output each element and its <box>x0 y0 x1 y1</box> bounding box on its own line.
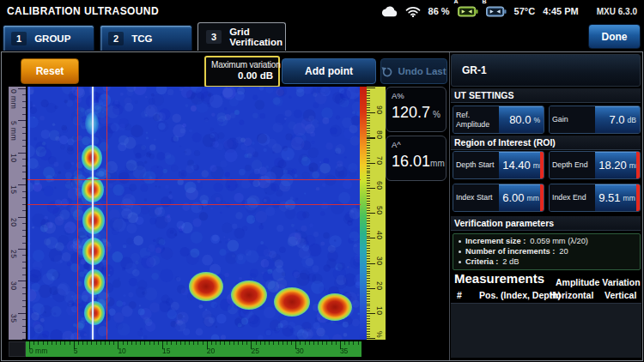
depth-start-field[interactable]: Depth Start 14.40 mm <box>453 151 544 179</box>
index-cursor-line <box>92 87 94 340</box>
scan-edge-line <box>28 87 30 340</box>
status-bar: CALIBRATION ULTRASOUND 86 % A <box>0 0 644 22</box>
battery-a-icon: A <box>458 6 478 17</box>
reset-button[interactable]: Reset <box>21 58 79 84</box>
roi-depth-line <box>27 204 361 205</box>
group-selector[interactable]: GR-1 <box>451 54 641 87</box>
readout-depth-unit: mm <box>430 159 445 168</box>
battery-b-icon: B <box>486 6 507 17</box>
maximum-variation-label: Maximum variation <box>211 60 273 69</box>
measurements-title: Measurements <box>454 271 544 286</box>
axis-label: 0 % <box>375 331 386 340</box>
axis-label: 15 <box>162 347 170 355</box>
ref-amplitude-field[interactable]: Ref. Amplitude 80.0 % <box>453 106 544 134</box>
index-end-value: 9.51 <box>598 191 620 204</box>
cloud-icon <box>380 6 398 17</box>
tab-grid-verification-label: Grid Verification <box>229 27 283 47</box>
readout-amplitude-unit: % <box>433 110 440 119</box>
readout-depth[interactable]: A^ 16.01 mm <box>386 136 447 181</box>
col-header-position: Pos. (Index, Depth) <box>479 290 561 300</box>
tab-bar: 1 GROUP 2 TCG 3 Grid Verification Done <box>0 22 644 51</box>
index-start-field[interactable]: Index Start 6.00 mm <box>453 184 544 212</box>
panel-divider <box>449 52 450 360</box>
amplitude-ruler: 9080706050403020100 % <box>367 87 386 340</box>
index-end-field[interactable]: Index End 9.51 mm <box>549 184 641 212</box>
gain-label: Gain <box>550 106 595 133</box>
readout-amplitude-value: 120.7 <box>392 104 430 122</box>
screen-title: CALIBRATION ULTRASOUND <box>7 5 159 17</box>
axis-label: 25 <box>252 347 259 355</box>
maximum-variation-field[interactable]: Maximum variation 0.00 dB <box>204 56 280 87</box>
depth-start-unit: mm <box>533 161 544 170</box>
axis-label: 20 <box>207 347 215 355</box>
reflector-indication <box>318 293 352 321</box>
tab-grid-verification[interactable]: 3 Grid Verification <box>197 22 286 51</box>
roi-depth-line <box>27 179 361 180</box>
depth-end-value: 18.20 <box>598 159 627 172</box>
tab-tcg-label: TCG <box>131 33 152 44</box>
bullet-icon <box>459 261 461 263</box>
axis-label: 0 mm <box>9 89 18 109</box>
depth-end-field[interactable]: Depth End 18.20 mm <box>549 151 641 179</box>
calibration-screen: CALIBRATION ULTRASOUND 86 % A <box>0 0 644 362</box>
amplitude-variation-header: Amplitude Variation <box>556 277 641 287</box>
add-point-button[interactable]: Add point <box>282 58 376 84</box>
tab-tcg[interactable]: 2 TCG <box>100 25 192 51</box>
readout-amplitude-label: A% <box>392 91 440 100</box>
depth-start-label: Depth Start <box>453 152 499 178</box>
axis-label: 20 <box>9 218 18 226</box>
battery-percentage: 86 % <box>428 6 450 16</box>
depth-end-unit: mm <box>629 161 641 170</box>
axis-label: 30 <box>375 256 384 265</box>
ruler-corner <box>9 341 26 357</box>
axis-label: 10 <box>9 154 18 162</box>
tab-tcg-number: 2 <box>108 32 124 45</box>
maximum-variation-value: 0.00 dB <box>211 70 273 81</box>
tab-group-number: 1 <box>11 32 27 45</box>
verification-item: Number of increments : 20 <box>459 248 635 256</box>
main-content: Reset Maximum variation 0.00 dB Add poin… <box>1 51 643 361</box>
verification-item: Increment size : 0.059 mm (λ/20) <box>459 238 635 245</box>
temperature: 57°C <box>514 6 536 16</box>
reflector-indication <box>82 207 105 234</box>
index-start-value: 6.00 <box>502 191 524 204</box>
amplitude-palette <box>360 87 367 340</box>
axis-label: 70 <box>375 156 384 165</box>
roi-index-line <box>106 87 107 340</box>
axis-label: 90 <box>375 106 384 114</box>
axis-label: 10 <box>118 347 125 355</box>
depth-end-label: Depth End <box>550 152 595 178</box>
index-end-label: Index End <box>550 184 595 211</box>
clock: 4:45 PM <box>543 6 579 16</box>
reflector-indication <box>82 238 105 265</box>
reflector-indication <box>84 269 105 295</box>
bullet-icon <box>459 240 461 243</box>
scan-overlay <box>27 87 361 340</box>
index-start-unit: mm <box>527 194 539 202</box>
reflector-indication <box>274 287 310 317</box>
col-header-vertical: Vertical <box>605 290 636 300</box>
readout-amplitude[interactable]: A% 120.7 % <box>386 87 447 132</box>
roi-header: Region of Interest (ROI) <box>451 136 641 150</box>
reflector-indication <box>189 272 223 301</box>
done-button[interactable]: Done <box>588 24 641 49</box>
depth-start-value: 14.40 <box>502 159 531 172</box>
col-header-number: # <box>457 290 462 300</box>
wifi-icon <box>405 6 421 17</box>
ref-amplitude-unit: % <box>533 116 540 124</box>
gain-field[interactable]: Gain 7.0 dB <box>549 106 641 134</box>
readout-depth-label: A^ <box>392 140 440 149</box>
axis-label: 35 <box>340 347 348 355</box>
tab-group[interactable]: 1 GROUP <box>3 25 94 51</box>
status-icons: 86 % A B <box>380 6 637 17</box>
index-ruler: 0 mm5101520253035 <box>26 341 361 357</box>
tab-grid-verification-number: 3 <box>206 30 222 44</box>
axis-label: 40 <box>375 231 384 239</box>
axis-label: 30 <box>295 347 303 355</box>
undo-last-button[interactable]: Undo Last <box>380 58 447 84</box>
axis-label: 30 <box>9 281 18 290</box>
bullet-icon <box>459 250 461 253</box>
ut-settings-header: UT SETTINGS <box>451 88 641 103</box>
axis-label: 25 <box>9 250 18 258</box>
verification-parameters-box: Increment size : 0.059 mm (λ/20) Number … <box>453 233 641 270</box>
